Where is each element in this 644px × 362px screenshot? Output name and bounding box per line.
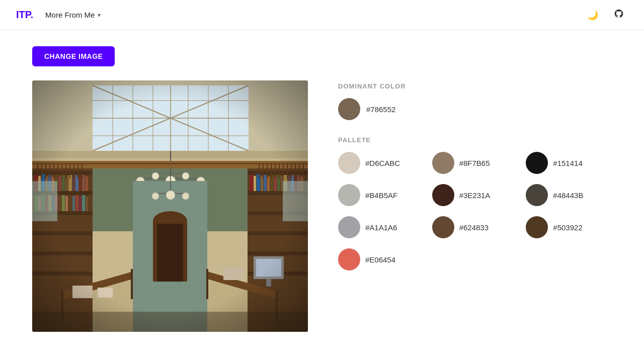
navbar-left: ITP. More From Me ▾ [16,9,101,21]
palette-color-swatch [432,152,454,174]
palette-color-hex: #151414 [553,159,582,167]
palette-item: #B4B5AF [338,184,424,206]
dominant-color-swatch [338,98,360,120]
palette-color-hex: #A1A1A6 [365,223,397,232]
navbar-right: 🌙 [584,6,628,24]
palette-grid: #D6CABC#8F7B65#151414#B4B5AF#3E231A#4844… [338,152,612,270]
github-link[interactable] [610,6,628,24]
palette-color-swatch [432,216,454,238]
svg-rect-139 [32,80,308,332]
palette-color-swatch [338,152,360,174]
palette-color-hex: #503922 [553,223,582,232]
palette-color-hex: #48443B [553,191,583,200]
palette-color-hex: #8F7B65 [459,159,490,167]
palette-color-hex: #B4B5AF [365,191,397,200]
palette-color-swatch [432,184,454,206]
palette-item: #151414 [526,152,612,174]
logo-text: ITP [16,9,31,20]
palette-label: PALLETE [338,136,612,144]
github-icon [614,9,624,21]
main-content: CHANGE IMAGE [0,30,644,348]
palette-color-hex: #3E231A [459,191,491,200]
more-from-me-menu[interactable]: More From Me ▾ [45,11,101,19]
palette-item: #48443B [526,184,612,206]
dominant-color-label: DOMINANT COLOR [338,82,612,90]
palette-item: #8F7B65 [432,152,518,174]
library-image [32,80,308,332]
dominant-color-row: #786552 [338,98,612,120]
logo: ITP. [16,9,33,21]
palette-item: #E06454 [338,248,424,270]
palette-color-swatch [338,216,360,238]
palette-color-hex: #D6CABC [365,159,400,167]
palette-color-hex: #624833 [459,223,489,232]
palette-item: #D6CABC [338,152,424,174]
logo-dot: . [31,9,34,20]
chevron-down-icon: ▾ [98,12,101,19]
palette-color-swatch [526,216,548,238]
image-container [32,80,308,332]
palette-color-swatch [526,184,548,206]
palette-item: #A1A1A6 [338,216,424,238]
palette-item: #503922 [526,216,612,238]
change-image-button[interactable]: CHANGE IMAGE [32,46,115,66]
dominant-color-hex: #786552 [366,105,395,114]
content-area: DOMINANT COLOR #786552 PALLETE #D6CABC#8… [32,80,612,332]
dark-mode-toggle[interactable]: 🌙 [584,6,602,24]
color-panel: DOMINANT COLOR #786552 PALLETE #D6CABC#8… [338,80,612,270]
palette-color-swatch [338,184,360,206]
palette-color-swatch [338,248,360,270]
palette-color-swatch [526,152,548,174]
palette-item: #624833 [432,216,518,238]
more-from-me-label: More From Me [45,11,95,19]
palette-item: #3E231A [432,184,518,206]
moon-icon: 🌙 [587,10,598,21]
palette-color-hex: #E06454 [365,255,395,264]
navbar: ITP. More From Me ▾ 🌙 [0,0,644,30]
